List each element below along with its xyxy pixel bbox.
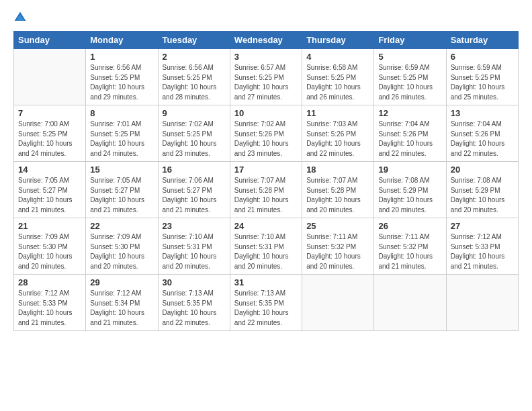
day-info: Sunrise: 7:13 AMSunset: 5:35 PMDaylight:… xyxy=(163,289,226,328)
day-number: 12 xyxy=(378,108,441,118)
day-info: Sunrise: 6:59 AMSunset: 5:25 PMDaylight:… xyxy=(378,63,441,102)
day-info: Sunrise: 7:05 AMSunset: 5:27 PMDaylight:… xyxy=(18,176,81,215)
logo xyxy=(13,11,30,24)
week-row-4: 21Sunrise: 7:09 AMSunset: 5:30 PMDayligh… xyxy=(14,218,519,275)
day-info: Sunrise: 6:56 AMSunset: 5:25 PMDaylight:… xyxy=(90,63,153,102)
day-cell: 22Sunrise: 7:09 AMSunset: 5:30 PMDayligh… xyxy=(86,218,158,275)
day-cell: 15Sunrise: 7:05 AMSunset: 5:27 PMDayligh… xyxy=(86,162,158,218)
day-cell: 5Sunrise: 6:59 AMSunset: 5:25 PMDaylight… xyxy=(374,49,446,105)
day-number: 21 xyxy=(18,221,81,231)
day-number: 29 xyxy=(90,277,153,287)
day-info: Sunrise: 7:04 AMSunset: 5:26 PMDaylight:… xyxy=(451,120,514,158)
day-cell: 11Sunrise: 7:03 AMSunset: 5:26 PMDayligh… xyxy=(302,105,374,162)
day-number: 3 xyxy=(234,52,298,62)
day-number: 10 xyxy=(234,108,298,118)
day-cell: 13Sunrise: 7:04 AMSunset: 5:26 PMDayligh… xyxy=(446,105,518,162)
week-row-5: 28Sunrise: 7:12 AMSunset: 5:33 PMDayligh… xyxy=(14,275,519,331)
week-row-1: 1Sunrise: 6:56 AMSunset: 5:25 PMDaylight… xyxy=(14,49,519,105)
day-info: Sunrise: 7:11 AMSunset: 5:32 PMDaylight:… xyxy=(378,232,441,271)
day-cell: 6Sunrise: 6:59 AMSunset: 5:25 PMDaylight… xyxy=(446,49,518,105)
day-cell xyxy=(374,275,446,331)
day-info: Sunrise: 7:08 AMSunset: 5:29 PMDaylight:… xyxy=(378,176,441,215)
day-info: Sunrise: 6:57 AMSunset: 5:25 PMDaylight:… xyxy=(234,63,298,102)
day-number: 7 xyxy=(18,108,81,118)
day-info: Sunrise: 7:10 AMSunset: 5:31 PMDaylight:… xyxy=(234,232,298,271)
day-info: Sunrise: 7:02 AMSunset: 5:25 PMDaylight:… xyxy=(163,120,226,158)
weekday-tuesday: Tuesday xyxy=(158,32,230,49)
day-cell: 25Sunrise: 7:11 AMSunset: 5:32 PMDayligh… xyxy=(302,218,374,275)
day-number: 16 xyxy=(163,165,226,175)
day-number: 31 xyxy=(234,277,298,287)
day-cell: 4Sunrise: 6:58 AMSunset: 5:25 PMDaylight… xyxy=(302,49,374,105)
day-cell: 27Sunrise: 7:12 AMSunset: 5:33 PMDayligh… xyxy=(446,218,518,275)
day-cell: 18Sunrise: 7:07 AMSunset: 5:28 PMDayligh… xyxy=(302,162,374,218)
day-number: 9 xyxy=(163,108,226,118)
day-info: Sunrise: 7:07 AMSunset: 5:28 PMDaylight:… xyxy=(234,176,298,215)
day-number: 5 xyxy=(378,52,441,62)
day-info: Sunrise: 7:03 AMSunset: 5:26 PMDaylight:… xyxy=(306,120,369,158)
day-info: Sunrise: 7:10 AMSunset: 5:31 PMDaylight:… xyxy=(163,232,226,271)
day-info: Sunrise: 7:06 AMSunset: 5:27 PMDaylight:… xyxy=(163,176,226,215)
day-number: 13 xyxy=(451,108,514,118)
day-info: Sunrise: 7:12 AMSunset: 5:33 PMDaylight:… xyxy=(451,232,514,271)
page-container: SundayMondayTuesdayWednesdayThursdayFrid… xyxy=(0,0,532,411)
header xyxy=(13,11,519,24)
day-cell: 17Sunrise: 7:07 AMSunset: 5:28 PMDayligh… xyxy=(230,162,302,218)
day-number: 1 xyxy=(90,52,153,62)
day-cell: 29Sunrise: 7:12 AMSunset: 5:34 PMDayligh… xyxy=(86,275,158,331)
day-info: Sunrise: 7:09 AMSunset: 5:30 PMDaylight:… xyxy=(18,232,81,271)
day-info: Sunrise: 7:11 AMSunset: 5:32 PMDaylight:… xyxy=(306,232,369,271)
day-cell: 7Sunrise: 7:00 AMSunset: 5:25 PMDaylight… xyxy=(14,105,86,162)
day-number: 18 xyxy=(306,165,369,175)
day-cell: 9Sunrise: 7:02 AMSunset: 5:25 PMDaylight… xyxy=(158,105,230,162)
day-info: Sunrise: 6:56 AMSunset: 5:25 PMDaylight:… xyxy=(163,63,226,102)
weekday-header-row: SundayMondayTuesdayWednesdayThursdayFrid… xyxy=(14,32,519,49)
week-row-3: 14Sunrise: 7:05 AMSunset: 5:27 PMDayligh… xyxy=(14,162,519,218)
day-number: 25 xyxy=(306,221,369,231)
day-number: 30 xyxy=(163,277,226,287)
day-cell: 26Sunrise: 7:11 AMSunset: 5:32 PMDayligh… xyxy=(374,218,446,275)
week-row-2: 7Sunrise: 7:00 AMSunset: 5:25 PMDaylight… xyxy=(14,105,519,162)
day-number: 26 xyxy=(378,221,441,231)
day-info: Sunrise: 6:59 AMSunset: 5:25 PMDaylight:… xyxy=(451,63,514,102)
day-cell xyxy=(446,275,518,331)
day-number: 15 xyxy=(90,165,153,175)
weekday-sunday: Sunday xyxy=(14,32,86,49)
day-cell: 20Sunrise: 7:08 AMSunset: 5:29 PMDayligh… xyxy=(446,162,518,218)
day-cell: 12Sunrise: 7:04 AMSunset: 5:26 PMDayligh… xyxy=(374,105,446,162)
weekday-saturday: Saturday xyxy=(446,32,518,49)
day-cell: 3Sunrise: 6:57 AMSunset: 5:25 PMDaylight… xyxy=(230,49,302,105)
day-info: Sunrise: 7:13 AMSunset: 5:35 PMDaylight:… xyxy=(234,289,298,328)
weekday-friday: Friday xyxy=(374,32,446,49)
day-info: Sunrise: 7:02 AMSunset: 5:26 PMDaylight:… xyxy=(234,120,298,158)
day-number: 2 xyxy=(163,52,226,62)
day-info: Sunrise: 7:00 AMSunset: 5:25 PMDaylight:… xyxy=(18,120,81,158)
day-info: Sunrise: 7:09 AMSunset: 5:30 PMDaylight:… xyxy=(90,232,153,271)
day-cell: 10Sunrise: 7:02 AMSunset: 5:26 PMDayligh… xyxy=(230,105,302,162)
logo-icon xyxy=(13,11,27,24)
day-info: Sunrise: 7:07 AMSunset: 5:28 PMDaylight:… xyxy=(306,176,369,215)
day-info: Sunrise: 7:04 AMSunset: 5:26 PMDaylight:… xyxy=(378,120,441,158)
day-cell: 31Sunrise: 7:13 AMSunset: 5:35 PMDayligh… xyxy=(230,275,302,331)
day-cell: 30Sunrise: 7:13 AMSunset: 5:35 PMDayligh… xyxy=(158,275,230,331)
day-cell: 23Sunrise: 7:10 AMSunset: 5:31 PMDayligh… xyxy=(158,218,230,275)
day-number: 4 xyxy=(306,52,369,62)
day-number: 6 xyxy=(451,52,514,62)
day-cell: 16Sunrise: 7:06 AMSunset: 5:27 PMDayligh… xyxy=(158,162,230,218)
day-cell xyxy=(14,49,86,105)
calendar-table: SundayMondayTuesdayWednesdayThursdayFrid… xyxy=(13,31,519,331)
day-number: 24 xyxy=(234,221,298,231)
day-number: 17 xyxy=(234,165,298,175)
day-number: 20 xyxy=(451,165,514,175)
day-cell xyxy=(302,275,374,331)
weekday-wednesday: Wednesday xyxy=(230,32,302,49)
day-info: Sunrise: 7:05 AMSunset: 5:27 PMDaylight:… xyxy=(90,176,153,215)
day-cell: 14Sunrise: 7:05 AMSunset: 5:27 PMDayligh… xyxy=(14,162,86,218)
weekday-thursday: Thursday xyxy=(302,32,374,49)
day-cell: 1Sunrise: 6:56 AMSunset: 5:25 PMDaylight… xyxy=(86,49,158,105)
day-info: Sunrise: 7:12 AMSunset: 5:34 PMDaylight:… xyxy=(90,289,153,328)
day-number: 28 xyxy=(18,277,81,287)
day-number: 8 xyxy=(90,108,153,118)
day-cell: 24Sunrise: 7:10 AMSunset: 5:31 PMDayligh… xyxy=(230,218,302,275)
weekday-monday: Monday xyxy=(86,32,158,49)
